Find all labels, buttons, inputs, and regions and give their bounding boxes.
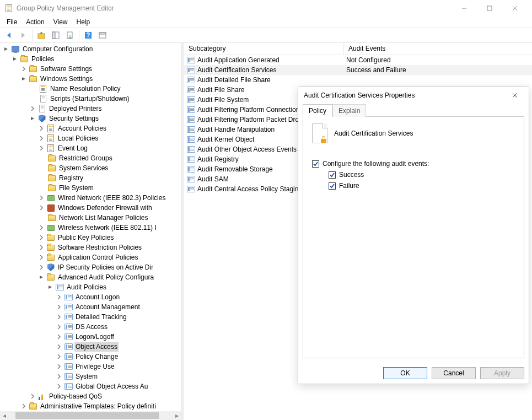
tree-account-policies[interactable]: Account Policies — [57, 123, 108, 133]
list-row[interactable]: Audit Certification ServicesSuccess and … — [184, 65, 532, 75]
tab-explain[interactable]: Explain — [332, 104, 366, 117]
tree-policies[interactable]: Policies — [30, 54, 55, 64]
minimize-button[interactable] — [452, 0, 477, 17]
tree-wdf[interactable]: Windows Defender Firewall with — [57, 203, 153, 213]
expand-icon[interactable] — [29, 105, 36, 112]
expand-icon[interactable] — [37, 194, 45, 202]
menu-help[interactable]: Help — [72, 17, 95, 27]
tree-system-services[interactable]: System Services — [58, 163, 109, 173]
tree-ap-ds[interactable]: DS Access — [74, 322, 109, 332]
column-header-events[interactable]: Audit Events — [344, 43, 532, 55]
expand-icon[interactable] — [37, 234, 45, 241]
tree-ap-system[interactable]: System — [74, 371, 99, 381]
show-hide-button[interactable] — [49, 29, 62, 41]
expand-icon[interactable] — [55, 343, 63, 351]
ok-button[interactable]: OK — [383, 367, 427, 379]
expand-icon[interactable] — [37, 224, 45, 231]
tree-ap-account-mgmt[interactable]: Account Management — [74, 302, 141, 312]
tab-policy[interactable]: Policy — [303, 104, 332, 117]
tree-ap-policy-change[interactable]: Policy Change — [74, 352, 119, 362]
tree-ipsec[interactable]: IP Security Policies on Active Dir — [57, 262, 154, 272]
back-button[interactable] — [2, 29, 15, 41]
dialog-close-button[interactable] — [507, 87, 523, 104]
menu-view[interactable]: View — [49, 17, 72, 27]
scroll-right-arrow[interactable]: ▸ — [173, 411, 181, 420]
maximize-button[interactable] — [477, 0, 502, 17]
expand-icon[interactable] — [37, 134, 45, 142]
tree-audit-policies[interactable]: Audit Policies — [66, 282, 108, 292]
expand-icon[interactable] — [20, 65, 28, 73]
expand-icon[interactable] — [37, 263, 45, 271]
tree-ap-account-logon[interactable]: Account Logon — [74, 292, 121, 302]
tree-aapc[interactable]: Advanced Audit Policy Configura — [57, 272, 155, 282]
expand-icon[interactable] — [20, 402, 28, 410]
help-button[interactable]: ? — [82, 29, 95, 41]
tree-windows-settings[interactable]: Windows Settings — [39, 74, 94, 84]
scroll-left-arrow[interactable]: ◂ — [0, 411, 9, 420]
success-checkbox[interactable] — [329, 171, 336, 179]
tree-security-settings[interactable]: Security Settings — [48, 114, 100, 123]
tree-admin-templates[interactable]: Administrative Templates: Policy definit… — [39, 401, 157, 411]
expand-icon[interactable] — [37, 244, 45, 251]
expand-icon[interactable] — [55, 303, 63, 311]
collapse-icon[interactable] — [37, 273, 45, 281]
tree-restricted-groups[interactable]: Restricted Groups — [58, 153, 114, 163]
tree-file-system[interactable]: File System — [58, 183, 95, 193]
expand-icon[interactable] — [55, 323, 63, 331]
expand-icon[interactable] — [55, 333, 63, 341]
tree-wireless[interactable]: Wireless Network (IEEE 802.11) I — [57, 223, 158, 233]
tree-event-log[interactable]: Event Log — [57, 143, 89, 153]
expand-icon[interactable] — [37, 254, 45, 261]
tree-pkp[interactable]: Public Key Policies — [57, 233, 115, 243]
tree-wired[interactable]: Wired Network (IEEE 802.3) Policies — [57, 193, 166, 203]
expand-icon[interactable] — [55, 363, 63, 370]
tree-ap-logon[interactable]: Logon/Logoff — [74, 332, 115, 342]
expand-icon[interactable] — [55, 373, 63, 380]
collapse-icon[interactable] — [2, 45, 10, 53]
filter-button[interactable] — [96, 29, 109, 41]
tree-printers[interactable]: Deployed Printers — [48, 104, 103, 114]
tree-scripts[interactable]: Scripts (Startup/Shutdown) — [49, 94, 130, 104]
tree-ap-global[interactable]: Global Object Access Au — [74, 381, 149, 391]
tree-horizontal-scrollbar[interactable]: ◂ ▸ — [0, 411, 181, 420]
tree-registry[interactable]: Registry — [58, 173, 84, 183]
collapse-icon[interactable] — [20, 75, 28, 83]
configure-checkbox[interactable] — [312, 160, 319, 168]
menu-file[interactable]: File — [2, 17, 22, 27]
list-row[interactable]: Audit Application GeneratedNot Configure… — [184, 55, 532, 65]
expand-icon[interactable] — [55, 353, 63, 360]
menu-action[interactable]: Action — [22, 17, 49, 27]
cancel-button[interactable]: Cancel — [432, 367, 476, 379]
collapse-icon[interactable] — [11, 55, 19, 63]
expand-icon[interactable] — [55, 383, 63, 390]
list-row[interactable]: Audit Detailed File Share — [184, 75, 532, 85]
export-button[interactable] — [63, 29, 77, 41]
expand-icon[interactable] — [29, 392, 36, 400]
tree-software-settings[interactable]: Software Settings — [39, 64, 93, 74]
tree-acp[interactable]: Application Control Policies — [57, 252, 139, 262]
expand-icon[interactable] — [55, 293, 63, 301]
failure-checkbox[interactable] — [329, 182, 336, 190]
tree-ap-priv[interactable]: Privilege Use — [74, 362, 116, 371]
tree-nlmp[interactable]: Network List Manager Policies — [58, 213, 149, 223]
collapse-icon[interactable] — [46, 283, 54, 291]
apply-button[interactable]: Apply — [480, 367, 524, 379]
scroll-thumb[interactable] — [15, 412, 159, 419]
expand-icon[interactable] — [37, 125, 45, 132]
forward-button[interactable] — [17, 29, 30, 41]
expand-icon[interactable] — [37, 204, 45, 212]
expand-icon[interactable] — [37, 144, 45, 152]
tree-pqos[interactable]: Policy-based QoS — [48, 391, 103, 401]
tree-srp[interactable]: Software Restriction Policies — [57, 243, 143, 252]
tree-ap-detailed[interactable]: Detailed Tracking — [74, 312, 128, 322]
close-button[interactable] — [502, 0, 528, 17]
tree-ap-object-access[interactable]: Object Access — [74, 342, 119, 352]
tree-computer-config[interactable]: Computer Configuration — [22, 44, 94, 54]
tree-nrp[interactable]: Name Resolution Policy — [49, 84, 121, 94]
tree-local-policies[interactable]: Local Policies — [57, 133, 99, 143]
collapse-icon[interactable] — [29, 115, 36, 122]
column-header-subcategory[interactable]: Subcategory — [184, 43, 344, 55]
tree-pane: Computer Configuration Policies Software… — [0, 43, 182, 420]
expand-icon[interactable] — [55, 313, 63, 321]
up-button[interactable] — [35, 29, 48, 41]
